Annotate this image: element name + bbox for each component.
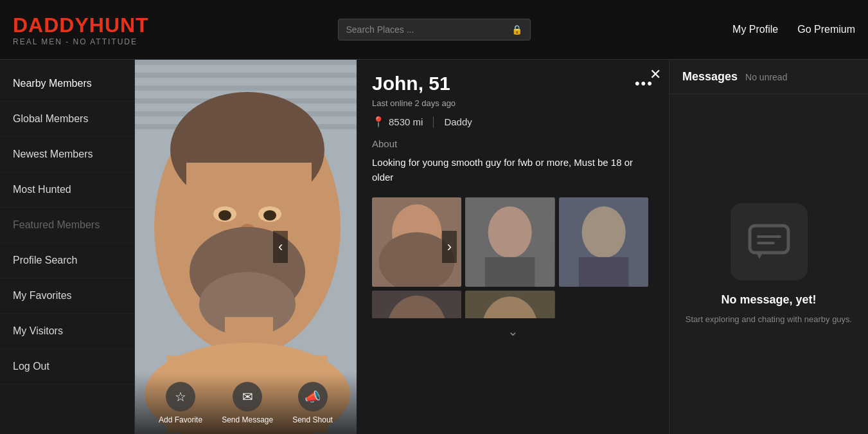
- sidebar-item-log-out[interactable]: Log Out: [0, 349, 134, 384]
- add-favorite-button[interactable]: ☆ Add Favorite: [159, 382, 202, 424]
- svg-rect-3: [135, 86, 357, 91]
- message-icon: ✉: [233, 382, 262, 411]
- logo-area: DADDYHUNT REAL MEN - NO ATTITUDE: [13, 14, 149, 46]
- sidebar-item-profile-search[interactable]: Profile Search: [0, 243, 134, 278]
- photo-grid: [372, 197, 648, 318]
- no-unread-label: No unread: [745, 72, 787, 82]
- chat-icon-large: [731, 203, 808, 280]
- profile-name-row: John, 51 •••: [372, 73, 653, 95]
- role-value: Daddy: [444, 116, 472, 127]
- about-text: Looking for young smooth guy for fwb or …: [372, 156, 648, 185]
- photo-thumb-4[interactable]: [372, 291, 461, 318]
- svg-point-13: [263, 210, 276, 221]
- search-area: 🔒: [338, 19, 531, 41]
- star-icon: ☆: [166, 382, 195, 411]
- sidebar: Nearby Members Global Members Newest Mem…: [0, 60, 135, 434]
- photo-thumb-2[interactable]: [465, 197, 554, 287]
- header: DADDYHUNT REAL MEN - NO ATTITUDE 🔒 My Pr…: [0, 0, 868, 60]
- messages-title: Messages: [682, 70, 738, 84]
- my-profile-link[interactable]: My Profile: [732, 24, 778, 35]
- sidebar-item-my-visitors[interactable]: My Visitors: [0, 314, 134, 349]
- svg-point-12: [218, 210, 231, 221]
- location-divider: [433, 116, 434, 128]
- profile-name: John, 51: [372, 73, 450, 95]
- svg-point-27: [581, 206, 625, 258]
- nav-links: My Profile Go Premium: [732, 24, 855, 35]
- svg-rect-34: [750, 226, 788, 253]
- svg-rect-9: [186, 163, 312, 214]
- last-online: Last online 2 days ago: [372, 98, 653, 108]
- content-area: ✕ ‹: [135, 60, 669, 434]
- sidebar-item-my-favorites[interactable]: My Favorites: [0, 278, 134, 314]
- svg-rect-1: [135, 60, 357, 65]
- scroll-down-button[interactable]: ⌄: [508, 323, 518, 339]
- photo-thumb-5[interactable]: [465, 291, 554, 318]
- sidebar-item-newest-members[interactable]: Newest Members: [0, 137, 134, 172]
- svg-rect-2: [135, 73, 357, 78]
- messages-empty: No message, yet! Start exploring and cha…: [673, 95, 865, 434]
- svg-rect-28: [579, 257, 628, 287]
- sidebar-item-featured-members[interactable]: Featured Members: [0, 208, 134, 243]
- main-layout: Nearby Members Global Members Newest Mem…: [0, 60, 868, 434]
- about-title: About: [372, 138, 648, 149]
- pin-icon: 📍: [372, 116, 385, 128]
- send-message-button[interactable]: ✉ Send Message: [222, 382, 273, 424]
- shout-icon: 📣: [298, 382, 328, 411]
- logo-text: DADDYHUNT: [13, 14, 149, 37]
- scroll-down-row: ⌄: [372, 323, 653, 339]
- next-arrow[interactable]: ›: [442, 231, 457, 263]
- location-distance: 📍 8530 mi: [372, 116, 423, 128]
- close-button[interactable]: ✕: [650, 68, 661, 82]
- sidebar-item-most-hunted[interactable]: Most Hunted: [0, 172, 134, 208]
- about-section: About Looking for young smooth guy for f…: [372, 138, 653, 318]
- action-buttons: ☆ Add Favorite ✉ Send Message 📣 Send Sho…: [135, 372, 357, 434]
- go-premium-link[interactable]: Go Premium: [797, 24, 855, 35]
- search-wrapper: 🔒: [338, 19, 531, 41]
- svg-marker-37: [756, 253, 763, 259]
- distance-value: 8530 mi: [389, 116, 423, 127]
- search-input[interactable]: [346, 24, 511, 35]
- location-row: 📍 8530 mi Daddy: [372, 116, 653, 128]
- profile-photo-section: ☆ Add Favorite ✉ Send Message 📣 Send Sho…: [135, 60, 357, 434]
- profile-info: John, 51 ••• Last online 2 days ago 📍 85…: [357, 60, 669, 434]
- no-message-title: No message, yet!: [721, 293, 816, 307]
- svg-point-24: [488, 206, 532, 258]
- location-role: Daddy: [444, 116, 472, 127]
- send-shout-button[interactable]: 📣 Send Shout: [292, 382, 333, 424]
- svg-rect-25: [485, 257, 535, 287]
- no-message-sub: Start exploring and chating with nearby …: [686, 313, 852, 326]
- photo-thumb-3[interactable]: [559, 197, 648, 287]
- messages-header: Messages No unread: [669, 60, 868, 95]
- messages-panel: Messages No unread No message, yet! Star…: [669, 60, 868, 434]
- sidebar-item-global-members[interactable]: Global Members: [0, 102, 134, 137]
- sidebar-item-nearby-members[interactable]: Nearby Members: [0, 66, 134, 102]
- profile-card: ☆ Add Favorite ✉ Send Message 📣 Send Sho…: [135, 60, 669, 434]
- lock-icon: 🔒: [511, 24, 522, 35]
- prev-arrow[interactable]: ‹: [273, 231, 288, 263]
- chat-icon-svg: [747, 222, 792, 261]
- logo-tagline: REAL MEN - NO ATTITUDE: [13, 37, 149, 46]
